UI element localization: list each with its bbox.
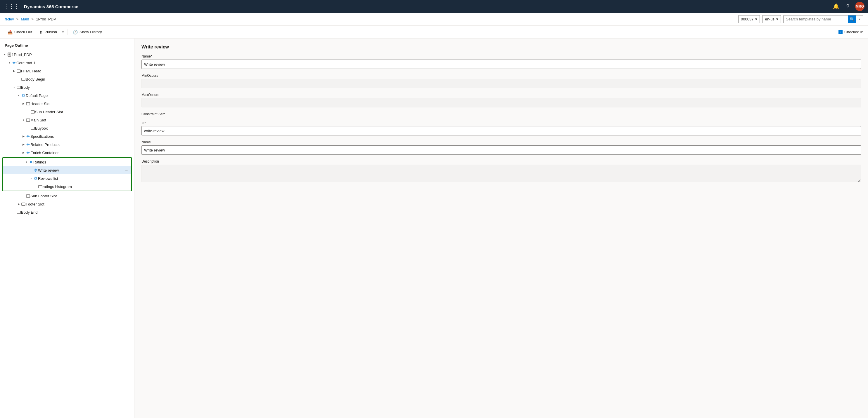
form-label-id_field: Id* [142,121,861,125]
tree-toggle-body_end[interactable] [12,210,17,214]
tree-toggle-main_slot[interactable]: ▾ [21,118,26,122]
tree-toggle-sub_header_slot[interactable] [26,109,30,114]
tree-label-related_products: Related Products [30,142,132,147]
form-input-name_field2[interactable] [142,145,861,155]
tree-icon-body [17,85,21,90]
version-selector[interactable]: 000037 ▾ [738,15,760,23]
tree-item-sub_footer_slot[interactable]: Sub Footer Slot [0,192,134,200]
publish-dropdown-button[interactable]: ▾ [61,29,65,35]
tree-item-related_products[interactable]: ▶Related Products [0,140,134,148]
tree-item-core_root_1[interactable]: ▾Core root 1 [0,59,134,67]
tree-toggle-ratings_histogram[interactable] [33,184,38,189]
tree-toggle-specifications[interactable]: ▶ [21,134,26,139]
form-empty-min_occurs[interactable] [142,79,861,88]
template-search: 🔍 ▾ [783,15,863,23]
tree-toggle-body[interactable]: ▾ [12,85,17,90]
form-label-name_field2: Name [142,140,861,144]
form-label-description: Description [142,160,861,164]
breadcrumb-main[interactable]: Main [21,17,29,21]
tree-item-menu-button-write_review[interactable]: ··· [124,168,129,173]
tree-item-footer_slot[interactable]: ▶Footer Slot [0,200,134,208]
tree-toggle-footer_slot[interactable]: ▶ [17,202,21,206]
version-chevron: ▾ [755,17,757,21]
form-input-name[interactable] [142,60,861,69]
tree-icon-sub_footer_slot [26,194,30,198]
svg-rect-22 [17,211,21,214]
help-icon[interactable]: ? [845,2,850,11]
tree-item-1prod_pdp[interactable]: ▾1Prod_PDP [0,50,134,59]
language-selector[interactable]: en-us ▾ [762,15,781,23]
tree-toggle-reviews_list[interactable]: ▾ [29,176,33,181]
rect-svg-icon [17,211,21,214]
svg-rect-11 [26,119,30,121]
tree-item-body_end[interactable]: Body End [0,208,134,216]
tree-item-write_review[interactable]: Write review··· [3,166,131,174]
tree-item-sub_header_slot[interactable]: Sub Header Slot [0,108,134,116]
tree-item-default_page[interactable]: ▾Default Page [0,91,134,100]
rect-svg-icon [26,102,30,105]
tree-item-body[interactable]: ▾Body [0,83,134,91]
search-expand-button[interactable]: ▾ [856,15,863,23]
svg-rect-6 [22,78,25,80]
svg-rect-12 [31,127,34,130]
tree-label-ratings_histogram: ratings histogram [43,184,129,189]
svg-rect-19 [38,185,42,188]
tree-item-html_head[interactable]: ▶HTML Head [0,67,134,75]
tree-icon-1prod_pdp [7,52,12,57]
tree-toggle-related_products[interactable]: ▶ [21,142,26,147]
search-input[interactable] [783,15,848,23]
tree-item-ratings[interactable]: ▾Ratings [3,158,131,166]
tree-item-ratings_histogram[interactable]: ratings histogram [3,182,131,190]
tree-toggle-body_begin[interactable] [17,77,21,81]
tree-toggle-core_root_1[interactable]: ▾ [7,61,12,65]
tree-icon-ratings [29,160,33,164]
gear-svg-icon [12,61,16,65]
form-textarea-description[interactable] [142,165,861,182]
tree-toggle-sub_footer_slot[interactable] [21,194,26,198]
tree-icon-related_products [26,142,30,147]
tree-item-buybox[interactable]: Buybox [0,124,134,132]
form-empty-max_occurs[interactable] [142,98,861,107]
tree-icon-enrich_container [26,150,30,155]
tree-toggle-write_review[interactable] [29,168,33,173]
checkout-button[interactable]: 📤 Check Out [5,28,35,36]
tree-item-header_slot[interactable]: ▶Header Slot [0,100,134,108]
tree-toggle-ratings[interactable]: ▾ [24,160,29,164]
tree-toggle-buybox[interactable] [26,126,30,131]
tree-toggle-1prod_pdp[interactable]: ▾ [2,52,7,57]
tree-item-body_begin[interactable]: Body Begin [0,75,134,83]
svg-point-18 [35,178,36,179]
form-input-id_field[interactable] [142,126,861,135]
tree-label-body_begin: Body Begin [26,77,132,81]
tree-icon-body_end [17,210,21,214]
gear-svg-icon [26,143,30,146]
tree-toggle-html_head[interactable]: ▶ [12,69,17,73]
breadcrumb-fedev[interactable]: fedev [5,17,14,21]
avatar[interactable]: MRG [855,2,865,11]
show-history-button[interactable]: 🕐 Show History [70,28,105,36]
tree-item-main_slot[interactable]: ▾Main Slot [0,116,134,124]
toolbar-right: ✓ Checked in [838,30,863,34]
publish-icon: ⬆ [39,30,43,34]
left-panel: Page Outline ▾1Prod_PDP▾Core root 1▶HTML… [0,38,134,418]
notifications-icon[interactable]: 🔔 [832,2,840,11]
tree-item-specifications[interactable]: ▶Specifications [0,132,134,140]
tree-toggle-header_slot[interactable]: ▶ [21,101,26,106]
search-button[interactable]: 🔍 [848,15,856,23]
tree-item-enrich_container[interactable]: ▶Enrich Container [0,148,134,157]
gear-svg-icon [26,151,30,154]
form-label-min_occurs: MinOccurs [142,74,861,78]
svg-point-15 [28,152,29,153]
tree-label-body_end: Body End [21,210,132,214]
waffle-icon[interactable]: ⋮⋮⋮ [3,3,19,10]
publish-button[interactable]: ⬆ Publish [36,28,60,36]
tree-item-reviews_list[interactable]: ▾Reviews list [3,174,131,182]
form-container: Name*MinOccursMaxOccursConstraint Set*Id… [142,54,861,183]
svg-point-13 [28,136,29,137]
tree-icon-specifications [26,134,30,139]
tree-toggle-default_page[interactable]: ▾ [17,93,21,98]
rect-svg-icon [31,127,35,130]
tree-toggle-enrich_container[interactable]: ▶ [21,150,26,155]
gear-svg-icon [22,94,25,97]
tree-icon-ratings_histogram [38,184,43,189]
